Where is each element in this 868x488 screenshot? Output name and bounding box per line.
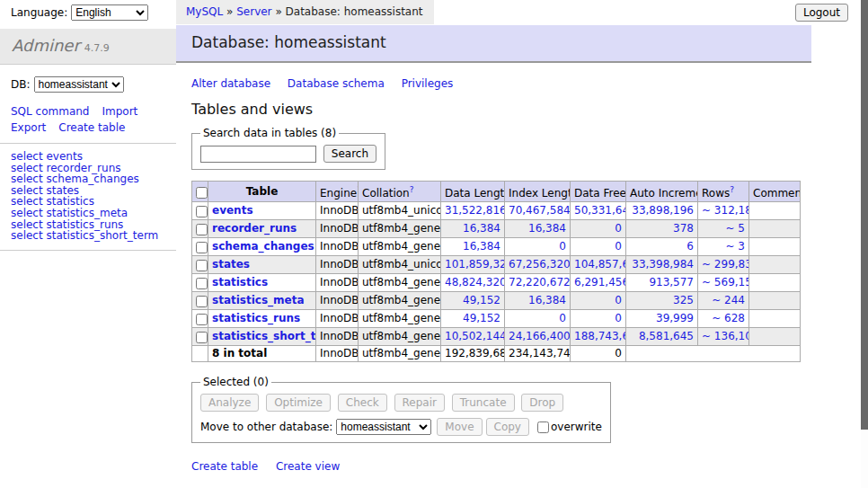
index-length-link[interactable]: 24,166,400 xyxy=(509,330,571,342)
breadcrumb-server-link[interactable]: Server xyxy=(236,5,271,18)
row-checkbox[interactable] xyxy=(196,242,208,253)
data-length-link[interactable]: 49,152 xyxy=(463,294,500,306)
rows-count-link[interactable]: ~ 628 xyxy=(712,312,745,324)
repair-button[interactable]: Repair xyxy=(394,394,445,412)
collation-cell: utf8mb4_unicode_ci xyxy=(359,202,441,220)
create-view-link[interactable]: Create view xyxy=(276,460,340,473)
data-length-link[interactable]: 48,824,320 xyxy=(445,276,505,288)
create-table-link-side[interactable]: Create table xyxy=(58,121,125,134)
table-link[interactable]: recorder_runs xyxy=(212,222,297,235)
data-length-link[interactable]: 10,502,144 xyxy=(445,330,505,342)
rows-count-link[interactable]: ~ 244 xyxy=(712,294,745,306)
auto-increment-link[interactable]: 6 xyxy=(686,240,694,253)
table-link[interactable]: schema_changes xyxy=(212,240,314,253)
data-length-link[interactable]: 16,384 xyxy=(463,240,500,253)
rows-count-link[interactable]: ~ 312,180 xyxy=(702,204,749,217)
move-button[interactable]: Move xyxy=(437,418,482,436)
analyze-button[interactable]: Analyze xyxy=(200,394,259,412)
database-schema-link[interactable]: Database schema xyxy=(288,77,385,90)
db-select[interactable]: homeassistant xyxy=(34,76,124,93)
adminer-version[interactable]: 4.7.9 xyxy=(84,42,110,55)
data-free-link[interactable]: 0 xyxy=(615,312,622,324)
row-checkbox[interactable] xyxy=(196,332,208,343)
table-row: statistics InnoDB utf8mb4_general_ci 48,… xyxy=(192,274,801,292)
table-link[interactable]: statistics xyxy=(212,276,268,288)
index-length-link[interactable]: 16,384 xyxy=(528,294,566,306)
sql-command-link[interactable]: SQL command xyxy=(11,105,89,118)
index-length-link[interactable]: 67,256,320 xyxy=(509,258,571,271)
copy-button[interactable]: Copy xyxy=(486,418,529,436)
breadcrumb-separator: » xyxy=(275,5,281,18)
auto-increment-link[interactable]: 39,999 xyxy=(656,312,694,324)
data-free-link[interactable]: 0 xyxy=(615,240,622,253)
breadcrumb-mysql-link[interactable]: MySQL xyxy=(186,5,223,18)
comment-cell xyxy=(749,310,801,328)
select-all-checkbox[interactable] xyxy=(196,187,208,199)
truncate-button[interactable]: Truncate xyxy=(452,394,515,412)
index-length-link[interactable]: 0 xyxy=(559,240,566,253)
index-length-link[interactable]: 16,384 xyxy=(528,222,566,235)
help-link-icon[interactable]: ? xyxy=(410,185,414,194)
import-link[interactable]: Import xyxy=(102,105,137,118)
index-length-link[interactable]: 0 xyxy=(559,312,566,324)
row-checkbox[interactable] xyxy=(196,278,208,289)
create-table-link[interactable]: Create table xyxy=(191,460,258,473)
language-select[interactable]: English xyxy=(71,4,148,21)
rows-count-link[interactable]: ~ 5 xyxy=(725,222,745,235)
auto-increment-link[interactable]: 325 xyxy=(673,294,694,306)
scrollbar-thumb[interactable] xyxy=(861,0,868,430)
row-checkbox[interactable] xyxy=(196,314,208,325)
optimize-button[interactable]: Optimize xyxy=(266,394,331,412)
drop-button[interactable]: Drop xyxy=(521,394,563,412)
rows-count-link[interactable]: ~ 299,833 xyxy=(702,258,749,271)
search-input[interactable] xyxy=(200,146,316,163)
row-checkbox[interactable] xyxy=(196,296,208,307)
auto-increment-link[interactable]: 378 xyxy=(673,222,694,235)
move-database-select[interactable]: homeassistant xyxy=(336,419,431,435)
total-data-length-cell: 192,839,680 xyxy=(441,346,505,362)
data-free-link[interactable]: 188,743,680 xyxy=(574,330,626,342)
privileges-link[interactable]: Privileges xyxy=(402,77,454,90)
logout-button[interactable]: Logout xyxy=(795,4,848,22)
data-length-link[interactable]: 31,522,816 xyxy=(445,204,505,217)
data-length-link[interactable]: 49,152 xyxy=(463,312,500,324)
search-button[interactable]: Search xyxy=(323,145,376,163)
row-checkbox[interactable] xyxy=(196,206,208,217)
overwrite-checkbox[interactable] xyxy=(537,421,549,433)
move-to-database-label: Move to other database: xyxy=(200,421,332,433)
table-link[interactable]: statistics_runs xyxy=(212,312,300,324)
page-title: Database: homeassistant xyxy=(191,33,386,52)
table-link[interactable]: statistics_short_term xyxy=(212,330,316,342)
table-link[interactable]: states xyxy=(212,258,250,271)
row-checkbox[interactable] xyxy=(196,224,208,235)
adminer-logo[interactable]: Adminer xyxy=(12,36,80,57)
table-link[interactable]: events xyxy=(212,204,253,217)
auto-increment-link[interactable]: 33,898,196 xyxy=(632,204,694,217)
sidebar-item-select-statistics-short-term[interactable]: select statistics_short_term xyxy=(11,229,158,242)
export-link[interactable]: Export xyxy=(11,121,46,134)
auto-increment-link[interactable]: 33,398,984 xyxy=(632,258,694,271)
data-free-link[interactable]: 104,857,600 xyxy=(574,258,626,271)
data-length-link[interactable]: 101,859,328 xyxy=(445,258,505,271)
index-length-link[interactable]: 72,220,672 xyxy=(509,276,571,288)
auto-increment-link[interactable]: 8,581,645 xyxy=(639,330,694,342)
breadcrumb-current: Database: homeassistant xyxy=(286,5,423,18)
help-link-icon[interactable]: ? xyxy=(730,185,734,194)
data-free-link[interactable]: 0 xyxy=(615,294,622,306)
column-header-data-free: Data Free? xyxy=(571,182,626,202)
row-checkbox[interactable] xyxy=(196,260,208,271)
table-link[interactable]: statistics_meta xyxy=(212,294,305,306)
comment-cell xyxy=(749,274,801,292)
index-length-link[interactable]: 70,467,584 xyxy=(509,204,571,217)
rows-count-link[interactable]: ~ 3 xyxy=(725,240,745,253)
data-length-link[interactable]: 16,384 xyxy=(463,222,500,235)
selected-fieldset: Selected (0) Analyze Optimize Check Repa… xyxy=(191,376,611,443)
rows-count-link[interactable]: ~ 136,108 xyxy=(702,330,749,342)
alter-database-link[interactable]: Alter database xyxy=(191,77,270,90)
data-free-link[interactable]: 50,331,648 xyxy=(574,204,626,217)
data-free-link[interactable]: 0 xyxy=(615,222,622,235)
rows-count-link[interactable]: ~ 569,159 xyxy=(702,276,749,288)
check-button[interactable]: Check xyxy=(338,394,387,412)
auto-increment-link[interactable]: 913,577 xyxy=(649,276,694,288)
data-free-link[interactable]: 6,291,456 xyxy=(574,276,626,288)
